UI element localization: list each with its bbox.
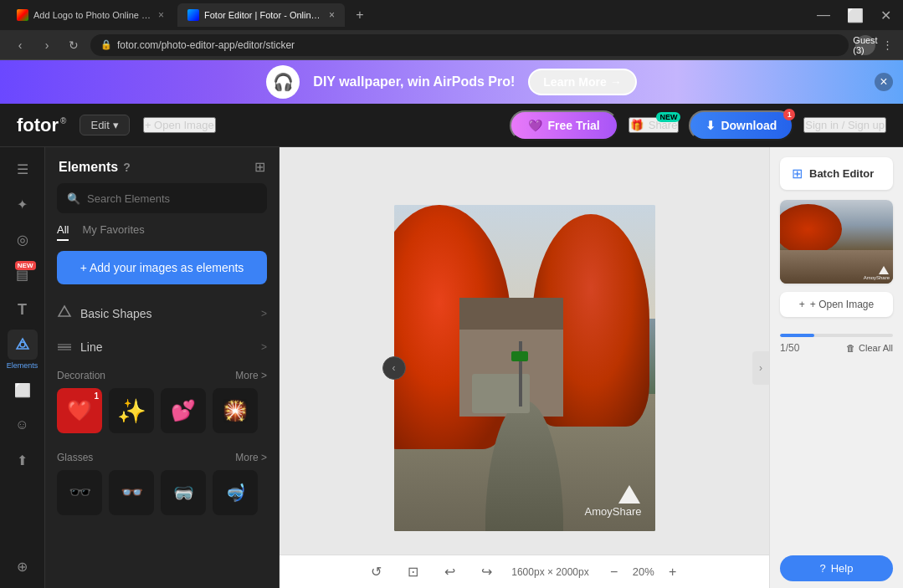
signin-button[interactable]: Sign in / Sign up — [803, 117, 886, 133]
logo-registered: ® — [60, 116, 66, 125]
svg-marker-7 — [879, 266, 889, 274]
basic-shapes-label: Basic Shapes — [80, 307, 152, 320]
window-controls: — ⬜ ✕ — [812, 6, 896, 25]
bottom-toolbar: ↺ ⊡ ↩ ↪ 1600px × 2000px − 20% + — [280, 555, 769, 588]
forward-button[interactable]: › — [37, 35, 57, 55]
close-window-button[interactable]: ✕ — [875, 6, 896, 25]
text-icon: T — [18, 301, 27, 319]
search-bar: 🔍 — [57, 183, 267, 213]
tab-2-label: Fotor Editor | Fotor - Online ... — [204, 10, 324, 20]
sidebar-item-adjust[interactable]: ☰ — [8, 154, 38, 184]
decoration-item-1[interactable]: ❤️ 1 — [57, 388, 102, 433]
progress-bar — [780, 334, 893, 337]
decoration-label: Decoration More > — [57, 370, 267, 381]
panel-collapse-button[interactable]: ‹ — [382, 356, 406, 380]
batch-editor-label: Batch Editor — [809, 167, 874, 180]
rotate-button[interactable]: ↺ — [364, 560, 387, 584]
zoom-out-button[interactable]: − — [603, 560, 626, 584]
sidebar-item-ai[interactable]: ✦ — [8, 189, 38, 219]
more-icon: ⊕ — [17, 559, 28, 575]
decoration-item-2[interactable]: ✨ — [109, 388, 154, 433]
tab-2-close[interactable]: × — [329, 9, 335, 21]
glasses-more-button[interactable]: More > — [235, 452, 267, 463]
svg-point-1 — [20, 342, 25, 347]
help-button[interactable]: ? Help — [780, 555, 893, 581]
undo-button[interactable]: ↩ — [438, 560, 461, 584]
airpods-image: 🎧 — [266, 65, 300, 99]
sidebar-item-eye[interactable]: ◎ — [8, 224, 38, 254]
open-image-button[interactable]: + + Open Image — [780, 292, 893, 317]
eye-icon: ◎ — [17, 232, 28, 248]
count-row: 1/50 🗑 Clear All — [780, 342, 893, 354]
redo-button[interactable]: ↪ — [475, 560, 498, 584]
open-image-button[interactable]: + Open Image — [143, 117, 216, 133]
learn-more-button[interactable]: Learn More → — [528, 69, 636, 95]
clear-all-button[interactable]: 🗑 Clear All — [846, 343, 893, 353]
tab-all[interactable]: All — [57, 223, 69, 241]
category-line[interactable]: Line > — [45, 331, 279, 363]
lock-icon: 🔒 — [100, 39, 112, 50]
url-bar[interactable]: 🔒 fotor.com/photo-editor-app/editor/stic… — [90, 34, 849, 56]
panel-help-icon[interactable]: ? — [123, 161, 131, 174]
thumb-watermark: AmoyShare — [864, 265, 890, 280]
canvas-right-collapse-button[interactable]: › — [752, 351, 769, 385]
new-tab-button[interactable]: + — [348, 3, 372, 27]
crop-button[interactable]: ⊡ — [401, 560, 424, 584]
sidebar-item-upload[interactable]: ⬆ — [8, 445, 38, 475]
glasses-item-3[interactable]: 🥽 — [161, 470, 206, 515]
sliders-icon: ☰ — [17, 161, 28, 177]
icon-sidebar: ☰ ✦ ◎ ▤ NEW T Elements ⬜ ☺ — [0, 147, 45, 588]
sidebar-item-layers[interactable]: ▤ NEW — [8, 259, 38, 289]
main-layout: ☰ ✦ ◎ ▤ NEW T Elements ⬜ ☺ — [0, 147, 903, 588]
zoom-control: − 20% + — [603, 560, 685, 584]
layers-new-badge: NEW — [15, 261, 36, 270]
decoration-item-4[interactable]: 🎇 — [213, 388, 258, 433]
free-trial-button[interactable]: 💜 Free Trial — [510, 110, 618, 141]
download-button[interactable]: ⬇ Download 1 — [689, 110, 793, 141]
guest-button[interactable]: Guest (3) — [855, 35, 875, 55]
elements-panel: Elements ? ⊞ 🔍 All My Favorites + Add yo… — [45, 147, 280, 588]
tab-favorites[interactable]: My Favorites — [82, 223, 144, 241]
category-basic-shapes[interactable]: Basic Shapes > — [45, 296, 279, 331]
elements-label: Elements — [7, 361, 38, 370]
browser-menu-button[interactable]: ⋮ — [882, 38, 893, 51]
sidebar-item-text[interactable]: T — [8, 294, 38, 325]
glasses-item-1[interactable]: 🕶️ — [57, 470, 102, 515]
minimize-button[interactable]: — — [812, 6, 835, 25]
sidebar-item-elements[interactable]: Elements — [7, 330, 38, 370]
progress-bar-container: 1/50 🗑 Clear All — [780, 334, 893, 354]
tab-2[interactable]: Fotor Editor | Fotor - Online ... × — [177, 3, 345, 27]
search-icon: 🔍 — [67, 192, 80, 205]
right-panel: ⊞ Batch Editor AmoyShare + + Open Image … — [769, 147, 903, 588]
watermark-text: AmoyShare — [585, 505, 642, 518]
sidebar-item-sticker[interactable]: ☺ — [8, 410, 38, 440]
batch-editor-button[interactable]: ⊞ Batch Editor — [780, 157, 893, 190]
glasses-items: 🕶️ 👓 🥽 🤿 — [57, 470, 267, 515]
glasses-item-2[interactable]: 👓 — [109, 470, 154, 515]
tab-1[interactable]: Add Logo to Photo Online fo... × — [7, 3, 174, 27]
reload-button[interactable]: ↻ — [64, 35, 84, 55]
maximize-button[interactable]: ⬜ — [842, 6, 869, 25]
banner-close-button[interactable]: × — [875, 73, 893, 91]
decoration-item-3[interactable]: 💕 — [161, 388, 206, 433]
zoom-in-button[interactable]: + — [661, 560, 685, 584]
search-input[interactable] — [87, 192, 257, 205]
sidebar-item-more[interactable]: ⊕ — [8, 551, 38, 581]
svg-marker-2 — [59, 306, 70, 316]
glasses-item-4[interactable]: 🤿 — [213, 470, 258, 515]
url-text: fotor.com/photo-editor-app/editor/sticke… — [117, 39, 295, 51]
image-thumbnail[interactable]: AmoyShare — [780, 200, 893, 284]
tab-2-favicon — [187, 9, 199, 21]
back-button[interactable]: ‹ — [10, 35, 30, 55]
add-elements-button[interactable]: + Add your images as elements — [57, 251, 267, 284]
decoration-more-button[interactable]: More > — [235, 370, 267, 381]
edit-dropdown-button[interactable]: Edit ▾ — [80, 115, 129, 135]
svg-marker-6 — [618, 485, 640, 504]
sidebar-item-frames[interactable]: ⬜ — [8, 375, 38, 405]
panel-grid-icon[interactable]: ⊞ — [254, 159, 265, 175]
download-icon: ⬇ — [705, 119, 716, 132]
share-button[interactable]: 🎁 Share NEW — [629, 117, 680, 133]
tab-1-close[interactable]: × — [158, 9, 164, 21]
share-new-badge: NEW — [656, 112, 680, 122]
browser-actions: Guest (3) ⋮ — [855, 35, 893, 55]
